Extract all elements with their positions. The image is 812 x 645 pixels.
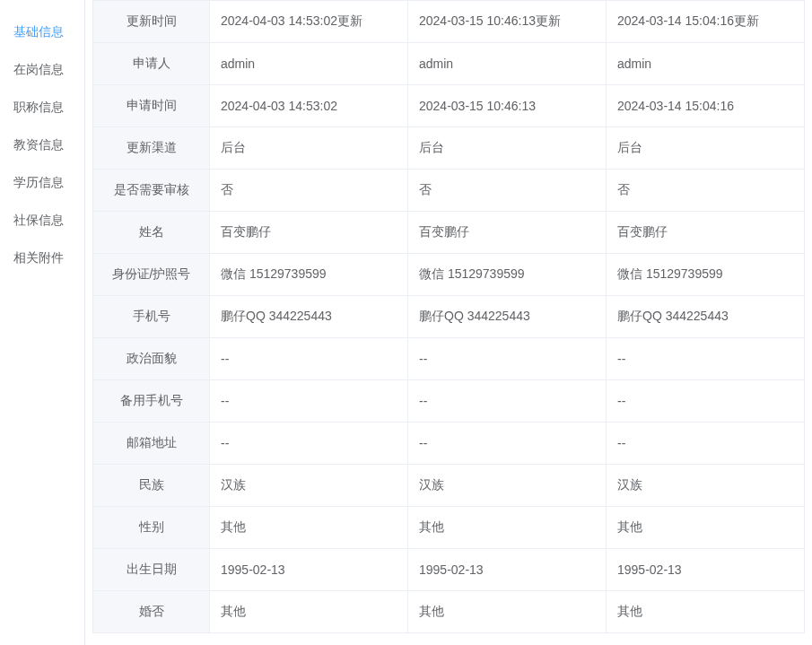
- row-value: 后台: [408, 127, 607, 170]
- sidebar-item-education-info[interactable]: 学历信息: [0, 164, 84, 202]
- row-value: 2024-04-03 14:53:02: [210, 85, 408, 127]
- row-value: 否: [210, 170, 408, 212]
- row-value: admin: [408, 43, 607, 85]
- row-value: 1995-02-13: [607, 549, 805, 591]
- table-row: 婚否其他其他其他: [93, 591, 805, 633]
- row-value: --: [210, 423, 408, 465]
- table-row: 身份证/护照号微信 15129739599微信 15129739599微信 15…: [93, 254, 805, 296]
- row-label: 邮箱地址: [93, 423, 210, 465]
- row-value: 其他: [210, 507, 408, 549]
- row-value: admin: [210, 43, 408, 85]
- table-row: 民族汉族汉族汉族: [93, 465, 805, 507]
- table-row: 更新时间2024-04-03 14:53:02更新2024-03-15 10:4…: [93, 1, 805, 43]
- row-label: 申请人: [93, 43, 210, 85]
- table-row: 邮箱地址------: [93, 423, 805, 465]
- table-row: 申请时间2024-04-03 14:53:022024-03-15 10:46:…: [93, 85, 805, 127]
- row-value: 其他: [607, 591, 805, 633]
- info-table: 更新时间2024-04-03 14:53:02更新2024-03-15 10:4…: [92, 0, 805, 633]
- row-label: 备用手机号: [93, 380, 210, 423]
- row-value: --: [408, 423, 607, 465]
- row-value: 1995-02-13: [210, 549, 408, 591]
- sidebar-item-job-info[interactable]: 在岗信息: [0, 51, 84, 89]
- row-value: --: [607, 338, 805, 380]
- row-value: 汉族: [210, 465, 408, 507]
- row-value: --: [408, 380, 607, 423]
- row-value: 2024-03-15 10:46:13更新: [408, 1, 607, 43]
- row-value: 2024-03-15 10:46:13: [408, 85, 607, 127]
- row-label: 政治面貌: [93, 338, 210, 380]
- row-value: 百变鹏仔: [607, 212, 805, 254]
- row-value: 2024-04-03 14:53:02更新: [210, 1, 408, 43]
- row-value: 后台: [607, 127, 805, 170]
- sidebar-item-attachments[interactable]: 相关附件: [0, 240, 84, 277]
- row-value: 微信 15129739599: [408, 254, 607, 296]
- row-label: 婚否: [93, 591, 210, 633]
- row-value: 其他: [408, 507, 607, 549]
- row-value: 百变鹏仔: [408, 212, 607, 254]
- row-value: 2024-03-14 15:04:16更新: [607, 1, 805, 43]
- row-value: --: [210, 380, 408, 423]
- row-label: 更新时间: [93, 1, 210, 43]
- sidebar-nav: 基础信息 在岗信息 职称信息 教资信息 学历信息 社保信息 相关附件: [0, 0, 85, 645]
- row-value: 汉族: [607, 465, 805, 507]
- row-value: 汉族: [408, 465, 607, 507]
- row-value: admin: [607, 43, 805, 85]
- row-label: 手机号: [93, 296, 210, 338]
- row-value: 否: [607, 170, 805, 212]
- row-label: 是否需要审核: [93, 170, 210, 212]
- app-container: 基础信息 在岗信息 职称信息 教资信息 学历信息 社保信息 相关附件 更新时间2…: [0, 0, 812, 645]
- row-label: 身份证/护照号: [93, 254, 210, 296]
- sidebar-item-social-security-info[interactable]: 社保信息: [0, 202, 84, 240]
- row-value: 微信 15129739599: [607, 254, 805, 296]
- row-value: 其他: [607, 507, 805, 549]
- table-row: 出生日期1995-02-131995-02-131995-02-13: [93, 549, 805, 591]
- main-content[interactable]: 更新时间2024-04-03 14:53:02更新2024-03-15 10:4…: [85, 0, 812, 645]
- row-value: 其他: [210, 591, 408, 633]
- table-row: 性别其他其他其他: [93, 507, 805, 549]
- row-label: 性别: [93, 507, 210, 549]
- table-row: 备用手机号------: [93, 380, 805, 423]
- table-row: 是否需要审核否否否: [93, 170, 805, 212]
- row-label: 民族: [93, 465, 210, 507]
- table-row: 更新渠道后台后台后台: [93, 127, 805, 170]
- row-value: 后台: [210, 127, 408, 170]
- row-value: 鹏仔QQ 344225443: [210, 296, 408, 338]
- table-row: 姓名百变鹏仔百变鹏仔百变鹏仔: [93, 212, 805, 254]
- row-value: --: [408, 338, 607, 380]
- row-value: --: [607, 380, 805, 423]
- row-value: 2024-03-14 15:04:16: [607, 85, 805, 127]
- table-row: 政治面貌------: [93, 338, 805, 380]
- sidebar-item-title-info[interactable]: 职称信息: [0, 89, 84, 126]
- row-value: 百变鹏仔: [210, 212, 408, 254]
- row-value: 微信 15129739599: [210, 254, 408, 296]
- table-row: 申请人adminadminadmin: [93, 43, 805, 85]
- row-label: 姓名: [93, 212, 210, 254]
- row-value: --: [607, 423, 805, 465]
- row-label: 申请时间: [93, 85, 210, 127]
- sidebar-item-teaching-info[interactable]: 教资信息: [0, 126, 84, 164]
- row-label: 更新渠道: [93, 127, 210, 170]
- row-label: 出生日期: [93, 549, 210, 591]
- row-value: 鹏仔QQ 344225443: [408, 296, 607, 338]
- row-value: --: [210, 338, 408, 380]
- row-value: 鹏仔QQ 344225443: [607, 296, 805, 338]
- row-value: 其他: [408, 591, 607, 633]
- row-value: 否: [408, 170, 607, 212]
- sidebar-item-basic-info[interactable]: 基础信息: [0, 13, 84, 51]
- table-row: 手机号鹏仔QQ 344225443鹏仔QQ 344225443鹏仔QQ 3442…: [93, 296, 805, 338]
- row-value: 1995-02-13: [408, 549, 607, 591]
